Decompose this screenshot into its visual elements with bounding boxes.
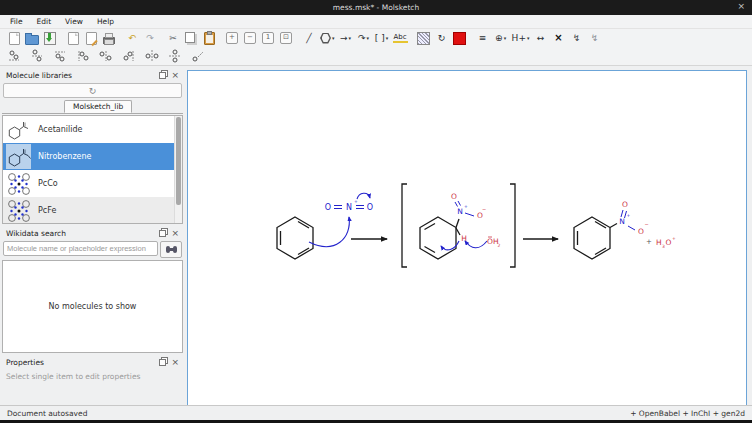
charge-tool-button[interactable]: ⊕▾ (494, 31, 508, 46)
library-item-label: Nitrobenzene (38, 152, 92, 161)
dock-close-icon[interactable]: × (171, 358, 179, 367)
insert-ring-dropdown-icon[interactable]: ▾ (332, 36, 335, 41)
hydrogen-tool-dropdown-icon[interactable]: ▾ (527, 36, 530, 41)
connect-tool-button[interactable]: ↔ (533, 31, 547, 46)
zoom-in-button[interactable]: + (225, 31, 239, 46)
svg-text:+: + (672, 236, 676, 241)
align-left-button[interactable] (76, 49, 90, 64)
mechanism-arrow-dropdown-icon[interactable]: ▾ (367, 36, 370, 41)
svg-text:2: 2 (498, 243, 501, 248)
zoom-original-button[interactable]: 1 (261, 31, 275, 46)
delete-tool-icon: × (554, 33, 562, 43)
reaction-drawing: O N + O (188, 71, 746, 407)
connect-tool-icon: ↔ (537, 34, 545, 43)
paste-button[interactable] (202, 31, 216, 46)
line-width-button[interactable]: ≡ (476, 31, 490, 46)
library-item-pcco[interactable]: PcCo (3, 170, 182, 197)
svg-text:+: + (627, 213, 631, 218)
draw-bond-button[interactable]: ╱ (302, 31, 316, 46)
scrollbar-thumb[interactable] (176, 117, 181, 205)
align-hcenter-button[interactable] (99, 49, 113, 64)
status-capabilities: + OpenBabel + InChI + gen2d (630, 409, 745, 418)
selection-tool-button[interactable] (417, 31, 431, 46)
zoom-out-button[interactable]: − (243, 31, 257, 46)
rotate-item-button[interactable] (191, 49, 205, 64)
menu-view[interactable]: View (58, 17, 90, 26)
insert-bracket-button[interactable]: [ ]▾ (375, 31, 389, 46)
dock-float-icon[interactable] (159, 230, 166, 237)
refresh-libraries-button[interactable]: ↻ (3, 83, 182, 98)
svg-text:O: O (622, 200, 628, 209)
library-item-acetanilide[interactable]: Acetanilide (3, 116, 182, 143)
wikidata-search-input[interactable] (3, 241, 158, 256)
decrease-charge-button[interactable]: ↯ (587, 31, 601, 46)
main-toolbar: ↶↷✂+−1⊡╱▾→▾↷▾[ ]▾Abc↻≡⊕▾H+▾↔×↯↯ (0, 29, 752, 48)
wikidata-search-button[interactable] (160, 241, 182, 258)
save-button[interactable] (43, 31, 57, 46)
dock-float-icon[interactable] (159, 72, 166, 79)
open-file-button[interactable] (25, 31, 39, 46)
decrease-charge-icon: ↯ (591, 34, 599, 43)
export-image-button[interactable] (84, 31, 98, 46)
undo-button[interactable]: ↶ (125, 31, 139, 46)
copy-button[interactable] (184, 31, 198, 46)
redo-button[interactable]: ↷ (143, 31, 157, 46)
pcfe-structure-thumbnail (6, 198, 31, 223)
save-as-icon (68, 32, 79, 45)
insert-ring-button[interactable]: ▾ (320, 31, 335, 46)
molecule-nitrobenzene-product[interactable]: O N + O − (574, 200, 649, 259)
svg-text:N: N (457, 207, 463, 216)
dock-close-icon[interactable]: × (171, 229, 179, 238)
ion-nitronium[interactable]: O N + O (325, 193, 373, 212)
library-scrollbar[interactable] (174, 116, 182, 223)
flip-vertical-button[interactable] (168, 49, 182, 64)
rotate-tool-button[interactable]: ↻ (435, 31, 449, 46)
brackets[interactable] (402, 184, 515, 267)
drawing-canvas[interactable]: O N + O (187, 70, 747, 408)
charge-tool-dropdown-icon[interactable]: ▾ (504, 36, 507, 41)
new-document-button[interactable] (7, 31, 21, 46)
empty-results-message: No molecules to show (49, 302, 137, 311)
svg-text:N: N (346, 203, 352, 212)
library-item-nitrobenzene[interactable]: Nitrobenzene (3, 143, 182, 170)
delete-tool-button[interactable]: × (551, 31, 565, 46)
menu-file[interactable]: File (3, 17, 30, 26)
tab-molsketch-lib[interactable]: Molsketch_lib (64, 100, 132, 113)
molecule-benzene[interactable] (277, 217, 313, 259)
molecule-libraries-header: Molecule libraries × (2, 69, 183, 82)
reaction-arrow-dropdown-icon[interactable]: ▾ (349, 36, 352, 41)
align-right-button[interactable] (122, 49, 136, 64)
mechanism-arrow-icon: ↷ (358, 34, 366, 43)
window-close-button[interactable]: × (737, 1, 745, 11)
dock-float-icon[interactable] (159, 359, 166, 366)
flip-horizontal-button[interactable] (145, 49, 159, 64)
text-tool-button[interactable]: Abc (393, 31, 408, 46)
ion-hydronium[interactable]: H 3 O + (656, 236, 676, 249)
align-bottom-button[interactable] (7, 49, 21, 64)
molecule-arenium-intermediate[interactable]: O N + O − H (420, 192, 486, 259)
print-button[interactable] (102, 31, 116, 46)
hydrogen-tool-button[interactable]: H+▾ (512, 31, 530, 46)
nitrobenzene-structure-thumbnail (6, 144, 31, 169)
menu-help[interactable]: Help (90, 17, 121, 26)
library-item-pcfe[interactable]: PcFe (3, 197, 182, 224)
mechanism-arrow-button[interactable]: ↷▾ (357, 31, 371, 46)
increase-charge-button[interactable]: ↯ (569, 31, 583, 46)
print-icon (103, 37, 115, 44)
align-vcenter-button[interactable] (30, 49, 44, 64)
insert-bracket-icon: [ ] (375, 34, 385, 43)
align-top-button[interactable] (53, 49, 67, 64)
plus-sign: + (646, 238, 652, 246)
cut-button[interactable]: ✂ (166, 31, 180, 46)
zoom-fit-button[interactable]: ⊡ (279, 31, 293, 46)
save-as-button[interactable] (66, 31, 80, 46)
insert-bracket-dropdown-icon[interactable]: ▾ (386, 36, 389, 41)
refresh-icon: ↻ (89, 86, 97, 96)
menu-edit[interactable]: Edit (30, 17, 59, 26)
open-file-icon (25, 35, 39, 45)
dock-close-icon[interactable]: × (171, 71, 179, 80)
reaction-arrow-button[interactable]: →▾ (339, 31, 353, 46)
molecule-water[interactable]: OH 2 (465, 237, 501, 248)
color-swatch-button[interactable] (453, 31, 467, 46)
curved-arrow-attack[interactable] (309, 217, 349, 247)
